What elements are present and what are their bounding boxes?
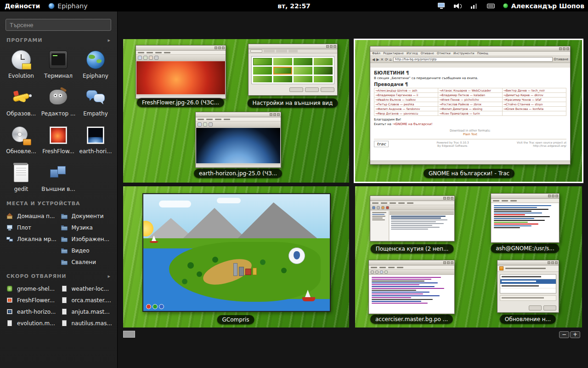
recent-item[interactable]: evolution.m... bbox=[5, 317, 58, 329]
photo-content bbox=[136, 61, 225, 94]
activities-button[interactable]: Дейности bbox=[5, 2, 40, 10]
display-icon[interactable] bbox=[437, 2, 446, 10]
recent-item[interactable]: earth-horizo... bbox=[5, 306, 58, 317]
titlebar bbox=[370, 196, 454, 201]
place-network[interactable]: Локална мр... bbox=[5, 233, 58, 245]
document-file-icon bbox=[61, 308, 68, 316]
app-gimp[interactable]: Редактор ... bbox=[40, 85, 77, 119]
place-pictures[interactable]: Изображен... bbox=[59, 233, 113, 245]
back-icon[interactable]: ◀ bbox=[372, 58, 375, 62]
places-section-header: МЕСТА И УСТРОЙСТВА bbox=[0, 201, 117, 207]
gedit-icon bbox=[10, 162, 32, 184]
app-empathy[interactable]: Empathy bbox=[77, 85, 114, 119]
recent-item[interactable]: anjuta.mast... bbox=[59, 306, 113, 317]
workspace-1[interactable]: FreshFlower.jpg-26.0 (ЧЗС... Настройки н… bbox=[123, 39, 349, 183]
place-desktop[interactable]: Плот bbox=[5, 222, 58, 233]
app-earth-horizon[interactable]: earth-hori... bbox=[77, 122, 114, 156]
window-earth-horizon[interactable] bbox=[195, 112, 281, 168]
add-workspace-button[interactable]: + bbox=[570, 331, 580, 338]
address-toolbar: ◀ ▶ ✕ ⟳ ⌂ http://fsa-bg.org/project/gtp … bbox=[370, 56, 570, 63]
network-icon bbox=[6, 236, 14, 243]
update-list bbox=[500, 274, 556, 293]
tree bbox=[260, 259, 266, 265]
window-update-manager[interactable] bbox=[497, 260, 559, 313]
app-evolution[interactable]: Evolution bbox=[3, 47, 40, 81]
place-music[interactable]: Музика bbox=[59, 222, 113, 233]
user-menu[interactable]: Александър Шопов bbox=[503, 2, 584, 10]
app-disks[interactable]: Външни в... bbox=[40, 160, 77, 194]
place-videos[interactable]: Видео bbox=[59, 245, 113, 256]
message-list bbox=[390, 211, 454, 241]
sailboat bbox=[152, 236, 156, 241]
place-downloads[interactable]: Свалени bbox=[59, 256, 113, 268]
folder-icon bbox=[61, 236, 68, 243]
go-button[interactable]: Отиване bbox=[554, 58, 568, 61]
app-gcompris[interactable]: Образов... bbox=[3, 85, 40, 119]
app-terminal[interactable]: Терминал bbox=[40, 47, 77, 81]
gnome-bg-link[interactable]: →GNOME на български! bbox=[392, 122, 432, 126]
window-label: Обновление н... bbox=[500, 315, 556, 324]
programs-expand-icon[interactable]: ▸ bbox=[107, 37, 111, 43]
statusbar bbox=[196, 164, 281, 167]
remove-workspace-button[interactable]: − bbox=[559, 331, 569, 338]
update-header bbox=[498, 265, 559, 272]
titlebar bbox=[136, 46, 226, 51]
building bbox=[239, 267, 244, 276]
keyboard-icon[interactable] bbox=[486, 2, 496, 10]
window-freshflower[interactable] bbox=[136, 45, 226, 99]
volume-icon[interactable] bbox=[453, 2, 463, 10]
cloud bbox=[159, 201, 191, 207]
reload-icon[interactable]: ⟳ bbox=[385, 58, 388, 62]
window-epiphany-trac[interactable]: Файл Редактиране Изглед Отиване Отметки … bbox=[370, 46, 571, 165]
recent-item[interactable]: orca.master.... bbox=[59, 294, 113, 306]
workspace-3[interactable]: GCompris bbox=[123, 186, 349, 328]
search-input[interactable] bbox=[6, 19, 111, 31]
document-file-icon bbox=[6, 320, 14, 327]
document-file-icon bbox=[61, 297, 68, 304]
document-file-icon bbox=[61, 285, 68, 293]
window-label: earth-horizon.jpg-25.0 (ЧЗ... bbox=[194, 169, 282, 178]
app-epiphany[interactable]: Epiphany bbox=[77, 47, 114, 81]
workspace-2-selected[interactable]: Файл Редактиране Изглед Отиване Отметки … bbox=[354, 39, 583, 183]
window-evolution[interactable] bbox=[370, 196, 455, 242]
workspace-4[interactable]: Пощенска кутия (2 неп... ash@GNOME:/usr/… bbox=[355, 186, 582, 328]
window-gcompris[interactable] bbox=[142, 193, 331, 312]
game-scene bbox=[143, 194, 330, 311]
recent-item[interactable]: weather-loc... bbox=[59, 283, 113, 294]
network-signal-icon[interactable] bbox=[470, 2, 479, 10]
translators-heading: Преводачи ¶ bbox=[374, 82, 566, 87]
recent-expand-icon[interactable]: ▸ bbox=[107, 273, 111, 279]
menubar bbox=[136, 51, 226, 55]
clock[interactable]: вт, 22:57 bbox=[277, 2, 311, 10]
recent-item[interactable]: FreshFlower... bbox=[5, 294, 58, 306]
app-freshflower[interactable]: FreshFlow... bbox=[40, 122, 77, 156]
page-heading: БЮЛЕТИНИ ¶ bbox=[374, 70, 566, 75]
window-gedit[interactable] bbox=[368, 260, 455, 314]
thanks-text: Благодарим Ви! bbox=[374, 118, 566, 121]
plain-text-link[interactable]: Plain Text bbox=[463, 132, 477, 136]
window-terminal[interactable] bbox=[491, 193, 560, 243]
app-updates[interactable]: Обновле... bbox=[3, 122, 40, 156]
titlebar bbox=[491, 194, 559, 199]
recent-item[interactable]: gnome-shel... bbox=[5, 283, 58, 294]
tree bbox=[197, 271, 202, 277]
image-file-icon bbox=[6, 308, 14, 316]
app-menu[interactable]: Epiphany bbox=[48, 2, 87, 10]
url-bar[interactable]: http://fsa-bg.org/project/gtp bbox=[393, 57, 553, 62]
stop-icon[interactable]: ✕ bbox=[380, 58, 384, 62]
place-documents[interactable]: Документи bbox=[59, 210, 113, 222]
forward-icon[interactable]: ▶ bbox=[376, 58, 379, 62]
workspace-handle[interactable] bbox=[123, 331, 135, 338]
image-file-icon bbox=[6, 297, 14, 304]
tree bbox=[187, 262, 194, 269]
tree bbox=[281, 268, 287, 273]
app-gedit[interactable]: gedit bbox=[3, 160, 40, 194]
window-appearance[interactable] bbox=[248, 44, 338, 96]
recent-item[interactable]: nautilus.mas... bbox=[59, 317, 113, 329]
place-home[interactable]: Домашна п... bbox=[5, 210, 58, 222]
freshflower-thumb-icon bbox=[47, 124, 69, 146]
toolbar-icon bbox=[159, 304, 164, 309]
home-icon[interactable]: ⌂ bbox=[390, 58, 392, 62]
menubar bbox=[369, 265, 454, 270]
empathy-bubbles-icon bbox=[85, 86, 107, 109]
